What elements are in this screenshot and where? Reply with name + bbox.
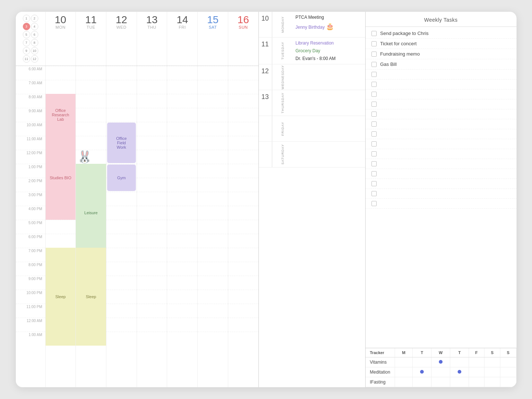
- tracker-row: IFasting: [366, 377, 517, 387]
- task-checkbox-empty[interactable]: [371, 131, 377, 137]
- task-checkbox-empty[interactable]: [371, 121, 377, 127]
- day-cell: [198, 248, 228, 262]
- day-cell: [106, 220, 137, 234]
- day-cell: [198, 206, 228, 220]
- planner-container: 123456789101112 10MON11TUE12WED13THU14FR…: [16, 12, 517, 387]
- task-checkbox-empty[interactable]: [371, 191, 377, 196]
- tracker-cell[interactable]: [431, 377, 450, 387]
- tracker-cell[interactable]: [484, 367, 500, 377]
- monthly-day-num: 11: [259, 38, 272, 64]
- day-cell: [228, 262, 258, 276]
- day-cell: [106, 206, 137, 220]
- tracker-cell[interactable]: [413, 357, 431, 367]
- week-num-cell: 5: [23, 31, 30, 38]
- tracker-cell[interactable]: [395, 367, 413, 377]
- day-cell: [137, 332, 167, 346]
- day-cell: [106, 262, 137, 276]
- task-empty-item: [366, 149, 517, 159]
- day-col: Office Field WorkGym: [106, 66, 137, 387]
- day-name: WED: [107, 25, 136, 29]
- tracker-row: Vitamins: [366, 357, 517, 367]
- day-cell: [228, 276, 258, 290]
- task-checkbox[interactable]: [371, 52, 377, 57]
- tracker-row-label: Vitamins: [366, 357, 395, 367]
- monthly-day-events: [293, 90, 365, 116]
- task-checkbox-empty[interactable]: [371, 92, 377, 97]
- task-empty-item: [366, 199, 517, 209]
- task-item[interactable]: Fundraising memo: [366, 49, 517, 59]
- tracker-cell[interactable]: [500, 367, 516, 377]
- task-checkbox-empty[interactable]: [371, 201, 377, 206]
- day-cell: [106, 304, 137, 318]
- day-cell: [198, 66, 228, 80]
- task-item[interactable]: Send package to Chris: [366, 28, 517, 39]
- day-cell: [228, 332, 258, 346]
- day-cell: [198, 290, 228, 304]
- day-cell: [137, 220, 167, 234]
- task-checkbox-empty[interactable]: [371, 161, 377, 166]
- day-cell: [228, 66, 258, 80]
- monthly-day-num: [259, 116, 272, 141]
- day-name: TUE: [77, 25, 105, 29]
- day-col: [137, 66, 167, 387]
- task-checkbox[interactable]: [371, 62, 377, 67]
- tracker-cell[interactable]: [395, 357, 413, 367]
- task-checkbox-empty[interactable]: [371, 181, 377, 186]
- time-slot: 3:00 PM: [16, 192, 45, 206]
- day-cell: [228, 192, 258, 206]
- task-empty-item: [366, 80, 517, 89]
- day-header-sat: 15SAT: [197, 12, 228, 66]
- tracker-cell[interactable]: [450, 357, 469, 367]
- tracker-cell[interactable]: [500, 377, 516, 387]
- task-checkbox-empty[interactable]: [371, 82, 377, 87]
- tracker-cell[interactable]: [431, 357, 450, 367]
- monthly-day-row: 10MondayPTCA MeetingJenny Birthday 🎂: [259, 12, 365, 38]
- time-slot: 9:00 PM: [16, 276, 45, 290]
- task-item[interactable]: Gas Bill: [366, 59, 517, 70]
- tracker-cell[interactable]: [413, 367, 431, 377]
- day-cell: [228, 80, 258, 94]
- tracker-cell[interactable]: [484, 357, 500, 367]
- task-checkbox-empty[interactable]: [371, 112, 377, 117]
- tracker-row-label: Meditation: [366, 367, 395, 377]
- day-cell: [137, 234, 167, 248]
- tracker-cell[interactable]: [469, 377, 484, 387]
- task-label: Send package to Chris: [380, 31, 429, 36]
- task-checkbox-empty[interactable]: [371, 72, 377, 77]
- task-item[interactable]: Ticket for concert: [366, 39, 517, 49]
- day-name: SUN: [229, 25, 258, 29]
- day-cell: [228, 234, 258, 248]
- task-checkbox[interactable]: [371, 41, 377, 46]
- time-slot: 6:00 AM: [16, 66, 45, 80]
- time-slot: 4:00 PM: [16, 206, 45, 220]
- day-number: 12: [107, 15, 136, 25]
- time-slot: 10:00 AM: [16, 122, 45, 136]
- day-number: 11: [77, 15, 105, 25]
- tracker-cell[interactable]: [469, 357, 484, 367]
- task-checkbox-empty[interactable]: [371, 171, 377, 176]
- task-checkbox-empty[interactable]: [371, 151, 377, 156]
- day-cell: [198, 178, 228, 192]
- day-cell: [228, 122, 258, 136]
- tracker-cell[interactable]: [450, 367, 469, 377]
- tracker-cell[interactable]: [431, 367, 450, 377]
- tracker-day-header: W: [431, 348, 450, 357]
- tracker-cell[interactable]: [450, 377, 469, 387]
- week-num-cell: 8: [31, 39, 38, 46]
- tracker-cell[interactable]: [484, 377, 500, 387]
- week-num-cell: 4: [31, 23, 38, 30]
- day-number: 10: [46, 15, 75, 25]
- day-cell: [137, 136, 167, 150]
- tracker-cell[interactable]: [469, 367, 484, 377]
- task-checkbox-empty[interactable]: [371, 141, 377, 146]
- tasks-header: Weekly Tasks: [366, 12, 517, 27]
- day-header-fri: 14FRI: [167, 12, 197, 66]
- monthly-day-label: Friday: [272, 116, 293, 141]
- task-checkbox[interactable]: [371, 31, 377, 36]
- tracker-cell[interactable]: [413, 377, 431, 387]
- calendar-event: Office Research Lab: [46, 95, 75, 135]
- tracker-cell[interactable]: [395, 377, 413, 387]
- day-cell: [198, 220, 228, 234]
- task-checkbox-empty[interactable]: [371, 102, 377, 107]
- tracker-cell[interactable]: [500, 357, 516, 367]
